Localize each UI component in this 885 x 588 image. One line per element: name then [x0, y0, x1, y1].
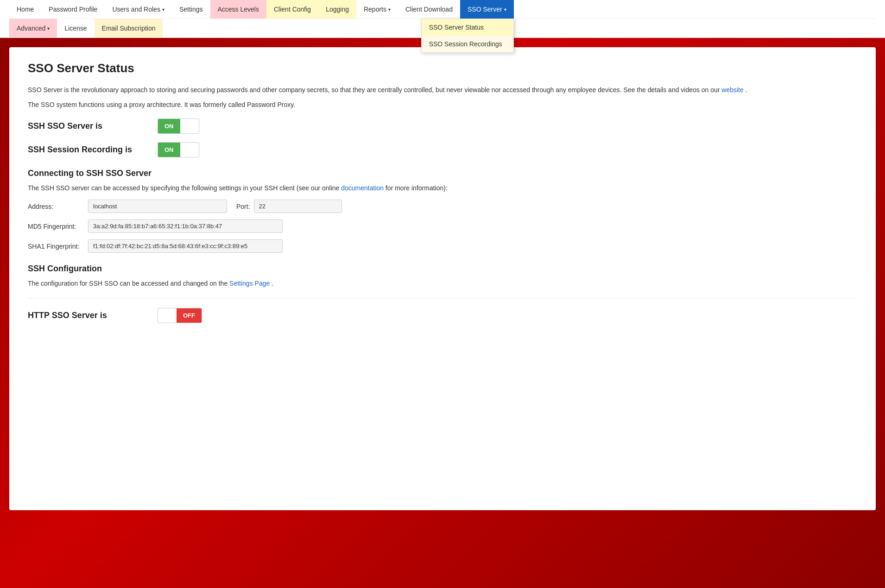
nav-advanced[interactable]: Advanced ▾	[9, 19, 57, 38]
advanced-dropdown-arrow: ▾	[47, 26, 50, 31]
sso-dropdown-menu: SSO Server Status SSO Session Recordings	[421, 19, 514, 53]
description-2: The SSO system functions using a proxy a…	[28, 100, 857, 110]
ssh-recording-off-part	[180, 146, 199, 153]
main-content: SSO Server Status SSO Server is the revo…	[9, 47, 876, 510]
nav-logging[interactable]: Logging	[318, 0, 356, 19]
documentation-link[interactable]: documentation	[341, 184, 384, 192]
ssh-recording-on-label: ON	[158, 143, 180, 157]
nav-users-and-roles[interactable]: Users and Roles ▾	[105, 0, 172, 19]
md5-input[interactable]	[88, 219, 283, 233]
ssh-sso-on-label: ON	[158, 119, 180, 133]
ssh-session-recording-toggle[interactable]: ON	[158, 142, 199, 157]
sha1-row: SHA1 Fingerprint:	[28, 239, 857, 253]
sso-dropdown-status[interactable]: SSO Server Status	[422, 19, 513, 36]
http-sso-off-label: OFF	[177, 308, 202, 323]
port-label: Port:	[236, 203, 250, 210]
ssh-sso-server-toggle[interactable]: ON	[158, 119, 199, 134]
reports-dropdown-arrow: ▾	[388, 7, 391, 12]
sso-server-wrapper: SSO Server ▾ SSO Server Status SSO Sessi…	[460, 0, 514, 19]
http-sso-server-row: HTTP SSO Server is OFF	[28, 308, 857, 323]
port-input[interactable]	[254, 200, 342, 213]
ssh-session-recording-label: SSH Session Recording is	[28, 145, 158, 155]
nav-license[interactable]: License	[57, 19, 94, 38]
navigation: Home Password Profile Users and Roles ▾ …	[0, 0, 885, 38]
ssh-config-title: SSH Configuration	[28, 264, 857, 274]
sso-dropdown-recordings[interactable]: SSO Session Recordings	[422, 36, 513, 52]
http-sso-on-part	[158, 312, 177, 319]
http-sso-server-toggle[interactable]: OFF	[158, 308, 202, 323]
nav-client-download[interactable]: Client Download	[398, 0, 460, 19]
divider-1	[28, 298, 857, 299]
nav-settings[interactable]: Settings	[172, 0, 210, 19]
sso-server-dropdown-arrow: ▾	[504, 7, 506, 12]
address-input[interactable]	[88, 200, 227, 213]
connecting-description: The SSH SSO server can be accessed by sp…	[28, 183, 857, 193]
page-title: SSO Server Status	[28, 61, 857, 75]
ssh-session-recording-row: SSH Session Recording is ON	[28, 142, 857, 157]
md5-label: MD5 Fingerprint:	[28, 223, 88, 230]
users-roles-dropdown-arrow: ▾	[162, 7, 164, 12]
nav-sso-server[interactable]: SSO Server ▾	[460, 0, 514, 19]
address-label: Address:	[28, 203, 88, 210]
nav-reports[interactable]: Reports ▾	[356, 0, 398, 19]
ssh-sso-server-row: SSH SSO Server is ON	[28, 119, 857, 134]
address-row: Address: Port:	[28, 200, 857, 213]
sha1-label: SHA1 Fingerprint:	[28, 243, 88, 250]
nav-access-levels[interactable]: Access Levels	[210, 0, 266, 19]
description-1: SSO Server is the revolutionary approach…	[28, 85, 857, 95]
ssh-sso-off-part	[180, 122, 199, 130]
nav-client-config[interactable]: Client Config	[266, 0, 318, 19]
nav-email-subscription[interactable]: Email Subscription	[95, 19, 163, 38]
settings-page-link[interactable]: Settings Page	[229, 280, 270, 287]
ssh-config-description: The configuration for SSH SSO can be acc…	[28, 278, 857, 288]
http-sso-server-label: HTTP SSO Server is	[28, 311, 158, 320]
ssh-sso-server-label: SSH SSO Server is	[28, 121, 158, 131]
md5-row: MD5 Fingerprint:	[28, 219, 857, 233]
sha1-input[interactable]	[88, 239, 283, 253]
connecting-title: Connecting to SSH SSO Server	[28, 169, 857, 178]
nav-home[interactable]: Home	[9, 0, 41, 19]
nav-row-1: Home Password Profile Users and Roles ▾ …	[9, 0, 876, 19]
nav-password-profile[interactable]: Password Profile	[41, 0, 105, 19]
website-link[interactable]: website	[721, 86, 743, 94]
